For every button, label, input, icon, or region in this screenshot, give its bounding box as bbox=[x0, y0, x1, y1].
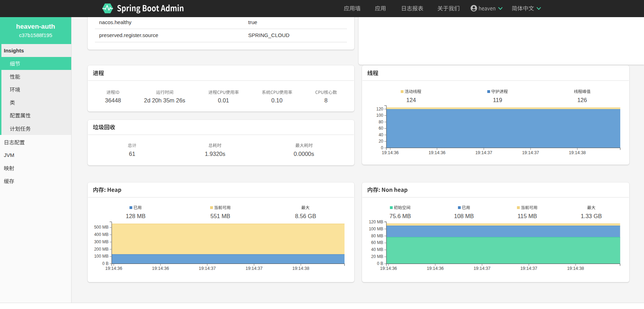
svg-text:400 MB: 400 MB bbox=[94, 232, 109, 237]
svg-text:120 MB: 120 MB bbox=[369, 220, 383, 224]
svg-text:200 MB: 200 MB bbox=[94, 247, 109, 252]
svg-text:19:14:37: 19:14:37 bbox=[520, 266, 538, 271]
svg-text:19:14:38: 19:14:38 bbox=[292, 266, 309, 271]
svg-text:19:14:36: 19:14:36 bbox=[382, 150, 399, 155]
svg-text:19:14:36: 19:14:36 bbox=[380, 266, 397, 271]
svg-text:60 MB: 60 MB bbox=[371, 240, 383, 245]
svg-text:60: 60 bbox=[379, 126, 384, 131]
svg-text:19:14:37: 19:14:37 bbox=[475, 150, 493, 155]
svg-text:0 B: 0 B bbox=[102, 261, 109, 266]
svg-text:100 MB: 100 MB bbox=[369, 227, 383, 231]
svg-text:19:14:36: 19:14:36 bbox=[427, 266, 444, 271]
svg-text:19:14:38: 19:14:38 bbox=[567, 266, 584, 271]
svg-text:40 MB: 40 MB bbox=[371, 247, 383, 252]
svg-text:300 MB: 300 MB bbox=[94, 239, 109, 244]
svg-text:80: 80 bbox=[379, 120, 384, 124]
svg-text:20 MB: 20 MB bbox=[371, 254, 383, 259]
svg-text:20: 20 bbox=[379, 139, 384, 144]
svg-text:100 MB: 100 MB bbox=[94, 254, 109, 259]
svg-text:500 MB: 500 MB bbox=[94, 225, 109, 230]
svg-text:19:14:36: 19:14:36 bbox=[429, 150, 446, 155]
svg-text:19:14:37: 19:14:37 bbox=[245, 266, 262, 271]
svg-text:120: 120 bbox=[376, 107, 383, 112]
svg-text:19:14:38: 19:14:38 bbox=[569, 150, 586, 155]
svg-text:19:14:37: 19:14:37 bbox=[474, 266, 491, 271]
svg-text:19:14:37: 19:14:37 bbox=[522, 150, 539, 155]
svg-text:0 B: 0 B bbox=[377, 261, 383, 266]
svg-text:80 MB: 80 MB bbox=[371, 233, 383, 238]
svg-text:19:14:37: 19:14:37 bbox=[199, 266, 216, 271]
svg-text:0: 0 bbox=[381, 145, 383, 150]
svg-text:19:14:36: 19:14:36 bbox=[105, 266, 122, 271]
svg-text:100: 100 bbox=[376, 113, 383, 118]
svg-text:40: 40 bbox=[379, 132, 384, 137]
svg-text:19:14:36: 19:14:36 bbox=[152, 266, 169, 271]
